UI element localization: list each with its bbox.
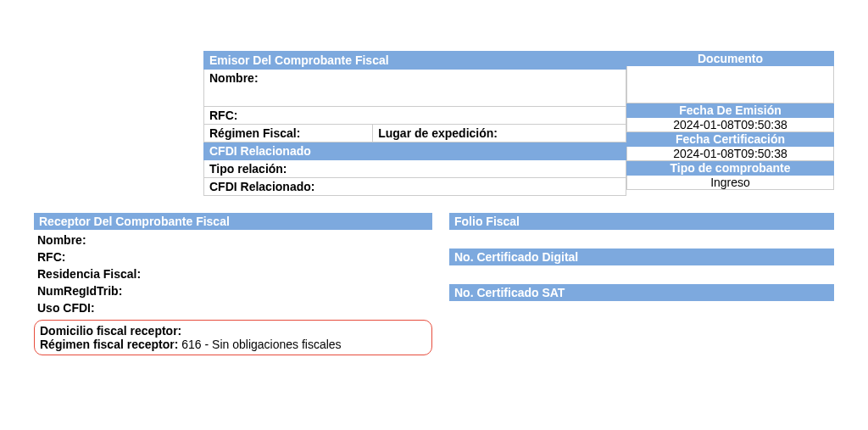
fecha-emision-value: 2024-01-08T09:50:38 — [627, 118, 834, 132]
folio-block: Folio Fiscal No. Certificado Digital No.… — [449, 213, 834, 355]
emisor-header: Emisor Del Comprobante Fiscal — [204, 52, 626, 70]
receptor-nombre-label: Nombre: — [37, 233, 86, 247]
fecha-emision-header: Fecha De Emisión — [627, 103, 834, 118]
highlight-box: Domicilio fiscal receptor: Régimen fisca… — [34, 320, 432, 355]
receptor-residencia-label: Residencia Fiscal: — [37, 267, 141, 281]
cfdi-rel-header: CFDI Relacionado — [204, 142, 626, 160]
receptor-numreg-label: NumRegIdTrib: — [37, 284, 122, 298]
receptor-header: Receptor Del Comprobante Fiscal — [34, 213, 432, 230]
tipo-comp-value: Ingreso — [627, 176, 834, 190]
folio-header: Folio Fiscal — [449, 213, 834, 230]
emisor-block: Emisor Del Comprobante Fiscal Nombre: RF… — [203, 51, 626, 196]
receptor-regimen-value: 616 - Sin obligaciones fiscales — [181, 338, 341, 351]
documento-blank — [627, 66, 834, 103]
receptor-rfc-label: RFC: — [37, 250, 65, 264]
tipo-comp-header: Tipo de comprobante — [627, 161, 834, 176]
fecha-cert-value: 2024-01-08T09:50:38 — [627, 147, 834, 161]
receptor-block: Receptor Del Comprobante Fiscal Nombre: … — [34, 213, 432, 355]
emisor-rfc-label: RFC: — [209, 109, 237, 122]
tipo-relacion-label: Tipo relación: — [209, 162, 287, 176]
top-section: Emisor Del Comprobante Fiscal Nombre: RF… — [203, 51, 834, 196]
emisor-nombre-label: Nombre: — [209, 71, 259, 85]
emisor-regimen-label: Régimen Fiscal: — [209, 126, 300, 140]
receptor-domicilio-label: Domicilio fiscal receptor: — [40, 324, 181, 338]
cert-digital-header: No. Certificado Digital — [449, 249, 834, 265]
documento-block: Documento Fecha De Emisión 2024-01-08T09… — [626, 51, 834, 196]
receptor-uso-label: Uso CFDI: — [37, 301, 95, 315]
fecha-cert-header: Fecha Certificación — [627, 132, 834, 147]
cfdi-rel-label: CFDI Relacionado: — [209, 180, 314, 193]
emisor-lugar-label: Lugar de expedición: — [378, 126, 498, 140]
cert-sat-header: No. Certificado SAT — [449, 284, 834, 301]
documento-header: Documento — [627, 52, 834, 66]
receptor-regimen-label: Régimen fiscal receptor: — [40, 338, 181, 351]
lower-section: Receptor Del Comprobante Fiscal Nombre: … — [34, 213, 834, 355]
